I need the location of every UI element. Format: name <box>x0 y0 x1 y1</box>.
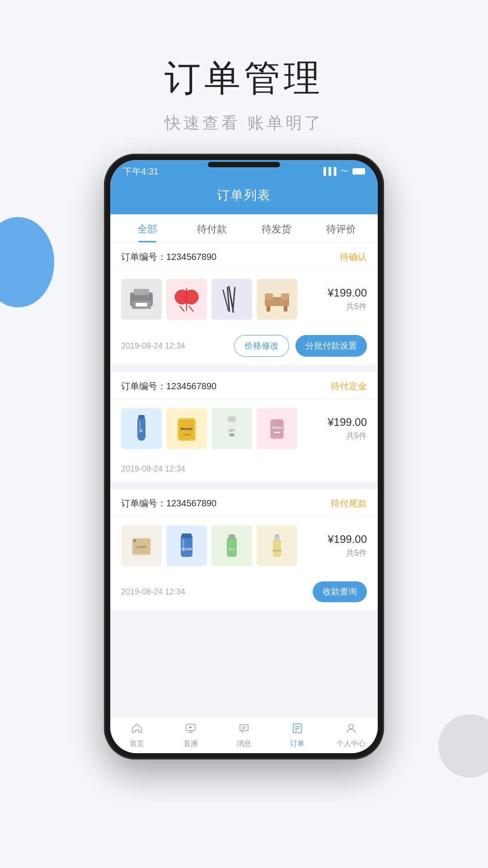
phone-frame: 下午4:31 ▐▐▐ 〜 订单列表 全部 待付款 <box>104 154 384 760</box>
product-images <box>121 279 312 320</box>
product-image <box>121 279 162 320</box>
nav-message[interactable]: 消息 <box>217 717 271 753</box>
app-header: 订单列表 <box>110 183 378 214</box>
status-time: 下午4:31 <box>123 165 159 178</box>
svg-text:CLEAN: CLEAN <box>181 547 192 551</box>
bg-decoration-left <box>0 217 54 307</box>
product-images: CLASSIC CLEAN <box>121 525 312 566</box>
order-products: CLASSIC CLEAN <box>110 516 378 575</box>
nav-live[interactable]: 直播 <box>164 717 217 753</box>
order-icon <box>291 722 303 737</box>
price-amount: ¥199.00 <box>317 287 367 299</box>
signal-icon: ▐▐▐ <box>321 167 336 175</box>
page-subtitle: 快速查看 账单明了 <box>0 112 488 134</box>
order-footer: 2019-08-24 12:34 价格修改 分批付款设置 <box>110 329 378 365</box>
home-icon <box>131 722 143 737</box>
tabs-container: 全部 待付款 待发货 待评价 <box>110 214 378 243</box>
svg-rect-16 <box>284 306 287 311</box>
status-icons: ▐▐▐ 〜 <box>321 167 365 176</box>
nav-profile[interactable]: 个人中心 <box>324 717 378 753</box>
svg-text:lotion: lotion <box>229 548 235 551</box>
product-price: ¥199.00 共5件 <box>317 287 367 312</box>
svg-point-4 <box>146 295 149 297</box>
product-image: ANESSA <box>257 525 297 566</box>
order-header: 订单编号：1234567890 待确认 <box>110 243 378 270</box>
message-icon <box>238 722 250 737</box>
tab-pending-review[interactable]: 待评价 <box>309 214 373 242</box>
order-actions: 收款查询 <box>313 581 367 602</box>
bottom-nav: 首页 直播 <box>110 717 378 753</box>
svg-rect-46 <box>273 539 281 557</box>
batch-pay-button[interactable]: 分批付款设置 <box>296 335 367 357</box>
order-id: 订单编号：1234567890 <box>121 251 216 263</box>
tab-pending-pay[interactable]: 待付款 <box>179 214 244 242</box>
order-actions: 价格修改 分批付款设置 <box>234 335 367 357</box>
svg-text:SPF: SPF <box>229 429 235 432</box>
svg-text:A: A <box>140 429 143 433</box>
order-products: ¥199.00 共5件 <box>110 270 378 329</box>
svg-rect-40 <box>182 533 192 538</box>
phone-mockup: 下午4:31 ▐▐▐ 〜 订单列表 全部 待付款 <box>104 154 384 760</box>
svg-rect-12 <box>232 287 236 311</box>
product-image <box>211 279 252 320</box>
product-image: A <box>121 408 162 449</box>
svg-line-9 <box>189 306 193 311</box>
product-images: A Monde cream <box>121 408 312 449</box>
order-footer: 2019-08-24 12:34 收款查询 <box>110 575 378 610</box>
app-header-title: 订单列表 <box>217 187 271 204</box>
order-id: 订单编号：1234567890 <box>121 497 216 509</box>
price-modify-button[interactable]: 价格修改 <box>234 335 289 357</box>
svg-rect-18 <box>281 293 289 300</box>
order-header: 订单编号：1234567890 待付尾款 <box>110 489 378 516</box>
wifi-icon: 〜 <box>341 167 348 176</box>
svg-rect-32 <box>271 420 283 438</box>
svg-rect-34 <box>274 432 280 433</box>
svg-rect-7 <box>186 288 187 311</box>
nav-live-label: 直播 <box>183 739 198 749</box>
nav-profile-label: 个人中心 <box>337 739 366 749</box>
order-date: 2019-08-24 12:34 <box>121 587 185 597</box>
phone-screen: 下午4:31 ▐▐▐ 〜 订单列表 全部 待付款 <box>110 160 378 753</box>
payment-inquiry-button[interactable]: 收款查询 <box>313 581 367 602</box>
profile-icon <box>345 722 357 737</box>
nav-home[interactable]: 首页 <box>110 717 164 753</box>
svg-rect-20 <box>138 415 145 419</box>
live-icon <box>185 722 197 737</box>
product-image: CLASSIC <box>121 525 162 566</box>
svg-rect-15 <box>267 306 270 311</box>
nav-order[interactable]: 订单 <box>271 717 324 753</box>
tab-all[interactable]: 全部 <box>115 214 179 242</box>
svg-text:Monde: Monde <box>181 427 192 431</box>
order-status: 待付定金 <box>331 380 367 392</box>
price-count: 共5件 <box>317 547 367 558</box>
svg-rect-43 <box>227 537 237 557</box>
product-image: lotion <box>211 525 252 566</box>
order-date: 2019-08-24 12:34 <box>121 464 185 474</box>
nav-order-label: 订单 <box>290 739 305 749</box>
page-title: 订单管理 <box>0 54 488 103</box>
product-image: CLEAN <box>166 525 207 566</box>
product-image: Swisse <box>257 408 297 449</box>
tab-pending-ship[interactable]: 待发货 <box>244 214 309 242</box>
svg-rect-3 <box>136 303 147 307</box>
svg-text:50: 50 <box>230 433 234 437</box>
order-card: 订单编号：1234567890 待确认 <box>110 243 378 365</box>
order-date: 2019-08-24 12:34 <box>121 341 185 351</box>
order-card: 订单编号：1234567890 待付尾款 CLASSIC <box>110 489 378 610</box>
svg-point-60 <box>349 724 353 729</box>
product-image <box>166 279 207 320</box>
svg-text:cream: cream <box>183 433 191 436</box>
price-amount: ¥199.00 <box>317 416 367 429</box>
svg-text:ANESSA: ANESSA <box>272 549 282 552</box>
bg-decoration-right <box>438 714 488 778</box>
order-id: 订单编号：1234567890 <box>121 380 216 392</box>
svg-point-38 <box>133 539 136 542</box>
svg-marker-51 <box>189 726 192 729</box>
svg-line-8 <box>180 306 184 311</box>
order-card: 订单编号：1234567890 待付定金 A <box>110 372 378 482</box>
page-header: 订单管理 快速查看 账单明了 <box>0 0 488 161</box>
svg-rect-48 <box>275 534 279 537</box>
order-list: 订单编号：1234567890 待确认 <box>110 243 378 718</box>
product-image: Monde cream <box>166 408 207 449</box>
order-products: A Monde cream <box>110 399 378 458</box>
